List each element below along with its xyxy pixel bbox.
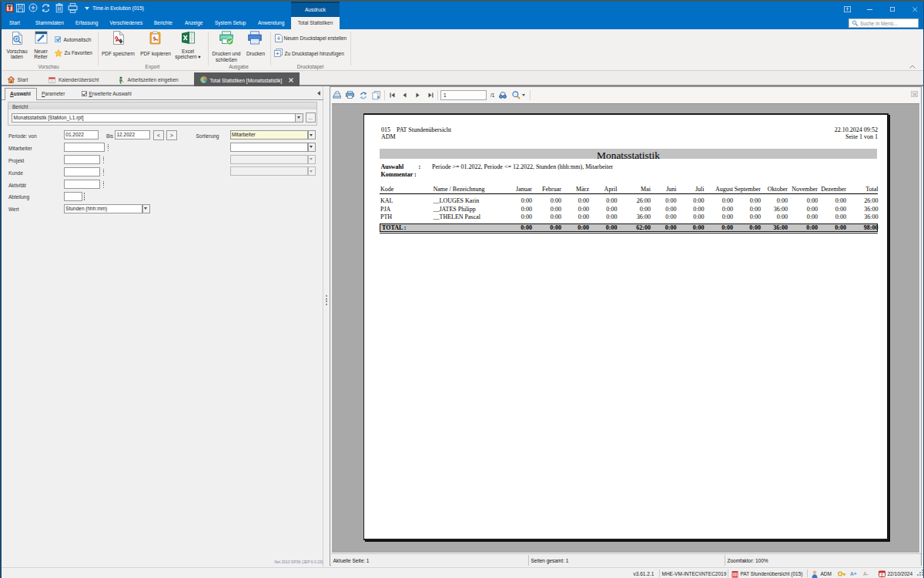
svg-text:8: 8 <box>881 572 883 576</box>
